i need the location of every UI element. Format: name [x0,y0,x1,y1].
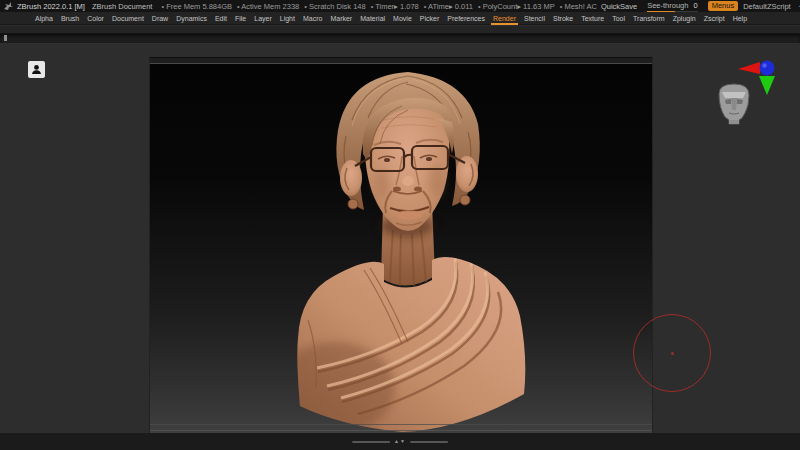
menu-item-color[interactable]: Color [85,15,106,22]
menu-item-stroke[interactable]: Stroke [551,15,575,22]
right-earring [460,195,470,205]
menu-item-transform[interactable]: Transform [631,15,667,22]
left-ear [340,160,362,196]
menu-item-macro[interactable]: Macro [301,15,324,22]
canvas-bottom-line-2 [150,430,652,431]
default-zscript-button[interactable]: DefaultZScript [743,2,791,11]
menu-item-picker[interactable]: Picker [418,15,441,22]
menu-item-tool[interactable]: Tool [610,15,627,22]
bottom-strip: ▲▼ [0,433,800,450]
right-ear [456,156,478,192]
title-stat: ATime▸ 0.011 [424,2,473,11]
quicksave-button[interactable]: QuickSave [601,2,637,11]
menu-item-zplugin[interactable]: Zplugin [671,15,698,22]
bottom-tray-divider[interactable]: ▲▼ [352,439,448,444]
menu-item-preferences[interactable]: Preferences [445,15,487,22]
brush-cursor-center [671,352,674,355]
document-title: ZBrush Document [92,2,152,11]
see-through-label: See-through [647,1,688,10]
menu-item-document[interactable]: Document [110,15,146,22]
canvas-bottom-line [150,424,652,425]
zbrush-logo-icon [3,1,14,11]
document-canvas[interactable] [150,57,652,434]
title-stats: Free Mem 5.884GBActive Mem 2338Scratch D… [161,2,597,11]
blue-axis-sphere [760,61,775,76]
top-tray [0,26,800,44]
title-stat: Mesh! AC [560,2,597,11]
tray-toggle-arrows-icon[interactable]: ▲▼ [394,439,406,444]
menu-item-alpha[interactable]: Alpha [33,15,55,22]
title-stat: Free Mem 5.884GB [161,2,232,11]
frame-button[interactable] [28,61,45,78]
menu-bar: AlphaBrushColorDocumentDrawDynamicsEditF… [0,12,800,25]
menu-item-movie[interactable]: Movie [391,15,414,22]
tray-handle[interactable] [4,35,7,41]
see-through-value: 0 [693,1,697,10]
user-bust-icon [31,64,42,75]
title-bar: ZBrush 2022.0.1 [M] ZBrush Document Free… [0,0,800,12]
menu-item-file[interactable]: File [233,15,248,22]
tool-preview-head[interactable] [709,82,761,128]
title-stat: PolyCount▸ 11.63 MP [478,2,555,11]
divider-line-left [352,441,390,443]
menu-item-zscript[interactable]: Zscript [702,15,727,22]
title-stat: Active Mem 2338 [237,2,299,11]
menu-item-render[interactable]: Render [491,15,518,22]
left-earring [348,199,358,209]
menu-item-texture[interactable]: Texture [579,15,606,22]
brush-cursor-ring[interactable] [633,314,711,392]
menu-item-edit[interactable]: Edit [213,15,229,22]
menu-item-draw[interactable]: Draw [150,15,170,22]
menu-item-dynamics[interactable]: Dynamics [174,15,209,22]
green-axis-arrow [759,76,775,95]
tray-groove[interactable] [0,33,800,44]
see-through-slider[interactable]: See-through0 [647,1,697,11]
workspace [0,44,800,433]
menu-item-help[interactable]: Help [731,15,749,22]
divider-line-right [410,441,448,443]
red-axis-arrow [738,62,760,74]
menu-item-marker[interactable]: Marker [328,15,354,22]
app-title: ZBrush 2022.0.1 [M] [17,2,85,11]
title-stat: Scratch Disk 148 [304,2,365,11]
menus-button[interactable]: Menus [708,1,739,11]
menu-item-stencil[interactable]: Stencil [522,15,547,22]
menu-item-material[interactable]: Material [358,15,387,22]
menu-item-brush[interactable]: Brush [59,15,81,22]
menu-item-layer[interactable]: Layer [252,15,274,22]
menu-item-light[interactable]: Light [278,15,297,22]
title-stat: Timer▸ 1.078 [371,2,419,11]
zbrush-window: ZBrush 2022.0.1 [M] ZBrush Document Free… [0,0,800,450]
sculpture-bust[interactable] [150,58,652,434]
